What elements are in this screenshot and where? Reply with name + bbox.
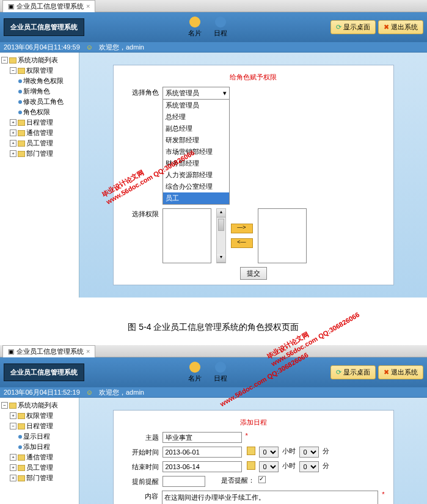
calendar-icon[interactable] (247, 461, 255, 470)
folder-icon (18, 423, 25, 429)
start-hour-select[interactable]: 00 (259, 447, 279, 458)
collapse-icon[interactable]: − (10, 423, 16, 429)
scrollbar[interactable]: ▴ ▾ (216, 208, 226, 263)
expand-icon[interactable]: + (10, 475, 16, 481)
close-icon[interactable]: × (86, 348, 90, 355)
browser-tab[interactable]: ▣ 企业员工信息管理系统 × (2, 0, 95, 12)
dropdown-option[interactable]: 人力资源部经理 (163, 169, 229, 181)
scroll-up-icon[interactable]: ▴ (217, 209, 225, 217)
remind-input[interactable] (162, 476, 205, 487)
end-hour-select[interactable]: 00 (259, 461, 279, 472)
end-date-input[interactable] (162, 461, 242, 472)
expand-icon[interactable]: + (10, 130, 16, 136)
tree-item[interactable]: +员工管理 (1, 138, 78, 148)
perm-label: 选择权限 (122, 208, 159, 219)
is-remind-checkbox[interactable] (258, 476, 266, 483)
folder-icon (18, 413, 25, 419)
tree-leaf[interactable]: 新增角色 (1, 86, 78, 97)
tree-leaf[interactable]: 添加日程 (1, 442, 78, 452)
expand-icon[interactable]: + (10, 140, 16, 147)
dropdown-option[interactable]: 市场营销部经理 (163, 146, 229, 158)
tree-item[interactable]: +部门管理 (1, 148, 78, 159)
nav-card[interactable]: 名片 (188, 16, 202, 38)
folder-icon (9, 403, 16, 409)
folder-icon (18, 475, 25, 481)
perm-available-list[interactable] (162, 208, 211, 263)
desktop-button[interactable]: ⟳显示桌面 (330, 365, 376, 379)
bullet-icon (18, 445, 22, 449)
tree-item[interactable]: +部门管理 (1, 473, 78, 483)
move-buttons: —> <— (231, 224, 253, 248)
tree-leaf[interactable]: 增改角色权限 (1, 76, 78, 86)
role-row: 选择角色 系统管理员▾ 系统管理员 总经理 副总经理 研发部经理 市场营销部经理… (122, 87, 385, 205)
dropdown-option[interactable]: 财务部经理 (163, 158, 229, 169)
remind-row: 提前提醒 是否提醒： (122, 476, 385, 487)
dropdown-option[interactable]: 总经理 (163, 111, 229, 123)
dropdown-option[interactable]: 研发部经理 (163, 134, 229, 146)
expand-icon[interactable]: + (10, 454, 16, 461)
perm-selected-list[interactable] (258, 208, 307, 263)
tree-item[interactable]: +日程管理 (1, 117, 78, 128)
tree-root[interactable]: −系统功能列表 (1, 400, 78, 411)
tree-item[interactable]: +员工管理 (1, 462, 78, 473)
end-label: 结束时间 (122, 461, 159, 472)
nav-card[interactable]: 名片 (188, 362, 202, 383)
header-nav: 名片 日程 (188, 362, 227, 383)
expand-icon[interactable]: + (10, 119, 16, 126)
move-right-button[interactable]: —> (231, 224, 253, 233)
expand-icon[interactable]: + (10, 412, 16, 419)
dropdown-option[interactable]: 员工 (163, 192, 229, 204)
tree-root[interactable]: −系统功能列表 (1, 55, 78, 65)
start-min-select[interactable]: 00 (299, 447, 319, 458)
scroll-thumb[interactable] (218, 219, 224, 231)
collapse-icon[interactable]: − (10, 67, 16, 74)
tree-item[interactable]: +权限管理 (1, 411, 78, 421)
tree-leaf[interactable]: 修改员工角色 (1, 97, 78, 107)
bullet-icon (18, 111, 22, 114)
app-logo: 企业员工信息管理系统 (4, 363, 84, 381)
status-time: 2013年06月04日11:49:59 (4, 43, 80, 52)
subject-input[interactable] (162, 432, 242, 443)
app-logo: 企业员工信息管理系统 (4, 18, 84, 36)
close-icon[interactable]: × (86, 2, 90, 10)
chevron-down-icon: ▾ (223, 89, 227, 97)
tree-item[interactable]: +通信管理 (1, 128, 78, 138)
nav-schedule[interactable]: 日程 (214, 16, 227, 38)
dropdown-option[interactable]: 副总经理 (163, 123, 229, 134)
tree-sched-mgmt[interactable]: −日程管理 (1, 421, 78, 431)
subject-row: 主题 * (122, 432, 385, 443)
exit-button[interactable]: ✖退出系统 (378, 365, 423, 379)
browser-tab[interactable]: ▣ 企业员工信息管理系统 × (2, 345, 95, 357)
required-mark: * (246, 432, 248, 439)
scroll-down-icon[interactable]: ▾ (217, 254, 225, 263)
header-nav: 名片 日程 (188, 16, 227, 38)
tree-leaf[interactable]: 角色权限 (1, 107, 78, 117)
screenshot-1: ▣ 企业员工信息管理系统 × 企业员工信息管理系统 名片 日程 ⟳显示桌面 ✖退… (0, 0, 427, 298)
dropdown-option[interactable]: 综合办公室经理 (163, 181, 229, 192)
exit-button[interactable]: ✖退出系统 (378, 20, 423, 34)
submit-button[interactable]: 提交 (240, 267, 267, 280)
end-min-select[interactable]: 00 (299, 461, 319, 472)
screenshot-2: 毕业设计论文网www.56doc.com QQ:306826066 www.56… (0, 345, 427, 504)
nav-schedule[interactable]: 日程 (214, 362, 227, 383)
tree-perm-mgmt[interactable]: −权限管理 (1, 65, 78, 76)
calendar-icon[interactable] (247, 447, 255, 455)
status-time: 2013年06月04日11:52:19 (4, 388, 80, 397)
tree-leaf[interactable]: 显示日程 (1, 431, 78, 442)
collapse-icon[interactable]: − (1, 57, 8, 64)
panel-title: 给角色赋予权限 (122, 70, 385, 87)
tree-item[interactable]: +通信管理 (1, 452, 78, 462)
expand-icon[interactable]: + (10, 464, 16, 471)
role-select[interactable]: 系统管理员▾ 系统管理员 总经理 副总经理 研发部经理 市场营销部经理 财务部经… (162, 87, 230, 205)
dropdown-option[interactable]: 系统管理员 (163, 100, 229, 111)
role-dropdown: 系统管理员 总经理 副总经理 研发部经理 市场营销部经理 财务部经理 人力资源部… (163, 99, 229, 204)
start-date-input[interactable] (162, 447, 242, 458)
collapse-icon[interactable]: − (1, 402, 8, 409)
tab-icon: ▣ (8, 348, 14, 356)
content-textarea[interactable]: 在这期间进行办理毕业手续工作。 (162, 491, 379, 504)
main-area: −系统功能列表 −权限管理 增改角色权限 新增角色 修改员工角色 角色权限 +日… (0, 53, 427, 298)
expand-icon[interactable]: + (10, 150, 16, 157)
move-left-button[interactable]: <— (231, 238, 253, 248)
desktop-button[interactable]: ⟳显示桌面 (330, 20, 376, 34)
remind-label: 提前提醒 (122, 476, 159, 486)
